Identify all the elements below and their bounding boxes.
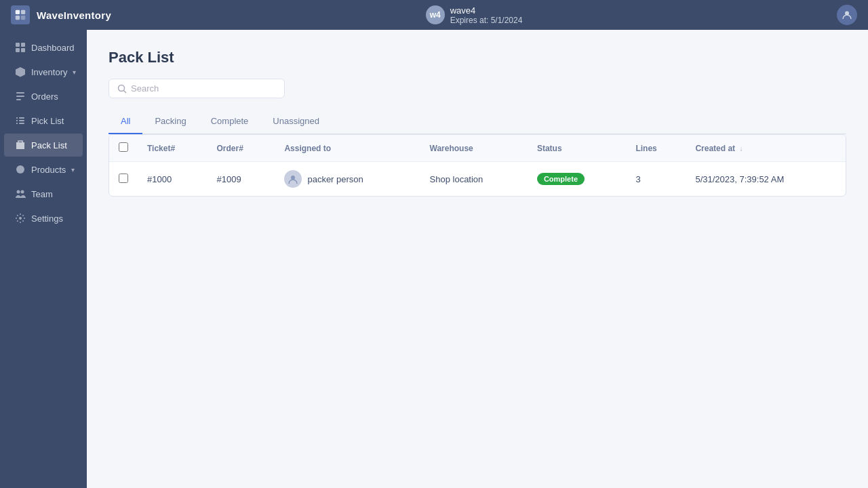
sidebar-item-pack-list[interactable]: Pack List — [4, 134, 83, 157]
header-lines[interactable]: Lines — [626, 135, 686, 162]
profile-button[interactable] — [837, 5, 857, 25]
orders-icon — [15, 91, 26, 102]
table-header-row: Ticket# Order# Assigned to Warehouse Sta… — [109, 135, 846, 162]
page-title: Pack List — [108, 49, 846, 66]
svg-rect-16 — [16, 123, 18, 124]
chevron-down-icon: ▾ — [73, 68, 76, 76]
main-content: Pack List All Packing Complete Unassigne… — [87, 30, 868, 488]
svg-rect-7 — [16, 48, 20, 52]
topbar: WaveInventory w4 wave4 Expires at: 5/1/2… — [0, 0, 868, 30]
picklist-icon — [15, 115, 26, 126]
svg-rect-14 — [16, 120, 18, 121]
sidebar-item-products[interactable]: Products ▾ — [4, 158, 83, 181]
svg-point-23 — [291, 176, 295, 180]
header-ticket[interactable]: Ticket# — [138, 135, 208, 162]
svg-rect-2 — [16, 16, 20, 20]
team-icon — [15, 188, 26, 199]
cell-assigned: packer person — [275, 162, 420, 197]
svg-point-20 — [21, 190, 24, 194]
svg-rect-9 — [16, 92, 24, 94]
svg-rect-8 — [21, 48, 25, 52]
svg-point-19 — [17, 190, 20, 194]
row-checkbox-col — [109, 162, 138, 197]
sidebar: Dashboard Inventory ▾ Orders — [0, 30, 87, 488]
header-order[interactable]: Order# — [208, 135, 275, 162]
header-created[interactable]: Created at ↓ — [686, 135, 846, 162]
search-input[interactable] — [131, 83, 276, 94]
tab-packing[interactable]: Packing — [142, 109, 198, 134]
cell-warehouse: Shop location — [420, 162, 528, 197]
search-bar[interactable] — [108, 79, 285, 98]
svg-rect-5 — [16, 43, 20, 47]
topbar-right — [837, 5, 857, 25]
avatar-icon — [288, 174, 298, 184]
assignee-avatar — [284, 170, 302, 188]
header-assigned[interactable]: Assigned to — [275, 135, 420, 162]
pack-list-table-container: Ticket# Order# Assigned to Warehouse Sta… — [108, 134, 846, 197]
packlist-icon — [15, 140, 26, 150]
header-warehouse[interactable]: Warehouse — [420, 135, 528, 162]
brand-name: WaveInventory — [37, 9, 111, 21]
svg-point-18 — [16, 165, 24, 174]
svg-rect-12 — [16, 117, 18, 119]
sidebar-item-pick-list[interactable]: Pick List — [4, 109, 83, 132]
topbar-user: w4 wave4 Expires at: 5/1/2024 — [426, 5, 523, 25]
assigned-cell: packer person — [284, 170, 410, 188]
search-icon — [117, 84, 127, 94]
row-checkbox[interactable] — [119, 174, 128, 183]
svg-rect-6 — [21, 43, 25, 47]
svg-rect-13 — [19, 117, 24, 119]
user-info: wave4 Expires at: 5/1/2024 — [450, 5, 523, 25]
cell-status: Complete — [528, 162, 627, 197]
dashboard-icon — [15, 42, 26, 53]
sidebar-label-inventory: Inventory — [31, 67, 67, 77]
svg-rect-3 — [21, 16, 25, 20]
svg-rect-0 — [16, 10, 20, 14]
cell-order: #1009 — [208, 162, 275, 197]
sidebar-item-dashboard[interactable]: Dashboard — [4, 36, 83, 59]
tab-complete[interactable]: Complete — [199, 109, 261, 134]
sidebar-label-settings: Settings — [31, 214, 63, 224]
header-checkbox-col — [109, 135, 138, 162]
cell-lines: 3 — [626, 162, 686, 197]
assignee-name: packer person — [307, 174, 363, 184]
pack-list-table: Ticket# Order# Assigned to Warehouse Sta… — [109, 135, 846, 196]
topbar-left: WaveInventory — [11, 5, 111, 24]
username: wave4 — [450, 5, 523, 16]
sidebar-item-settings[interactable]: Settings — [4, 207, 83, 230]
layout: Dashboard Inventory ▾ Orders — [0, 30, 868, 488]
svg-rect-10 — [16, 96, 24, 97]
header-status[interactable]: Status — [528, 135, 627, 162]
products-icon — [15, 164, 26, 175]
tab-all[interactable]: All — [108, 109, 142, 134]
logo — [11, 5, 30, 24]
chevron-down-icon: ▾ — [71, 166, 75, 174]
inventory-icon — [15, 66, 26, 77]
svg-rect-1 — [21, 10, 25, 14]
sidebar-item-team[interactable]: Team — [4, 182, 83, 205]
sidebar-item-inventory[interactable]: Inventory ▾ — [4, 60, 83, 83]
svg-rect-11 — [16, 99, 21, 100]
tabs: All Packing Complete Unassigned — [108, 109, 846, 134]
sidebar-label-orders: Orders — [31, 92, 58, 102]
table-row: #1000 #1009 packer person — [109, 162, 846, 197]
svg-point-21 — [19, 217, 22, 220]
user-avatar: w4 — [426, 5, 445, 24]
settings-icon — [15, 213, 26, 224]
sidebar-label-dashboard: Dashboard — [31, 43, 75, 53]
sort-icon: ↓ — [739, 145, 743, 152]
select-all-checkbox[interactable] — [119, 142, 128, 152]
sidebar-label-team: Team — [31, 189, 53, 199]
svg-rect-17 — [19, 123, 24, 124]
sidebar-label-pick-list: Pick List — [31, 116, 64, 126]
tab-unassigned[interactable]: Unassigned — [260, 109, 332, 134]
cell-created: 5/31/2023, 7:39:52 AM — [686, 162, 846, 197]
svg-rect-15 — [19, 120, 24, 121]
sidebar-label-products: Products — [31, 165, 66, 175]
status-badge: Complete — [537, 173, 585, 185]
user-expires: Expires at: 5/1/2024 — [450, 16, 523, 25]
sidebar-label-pack-list: Pack List — [31, 140, 67, 150]
sidebar-item-orders[interactable]: Orders — [4, 85, 83, 108]
cell-ticket: #1000 — [138, 162, 208, 197]
